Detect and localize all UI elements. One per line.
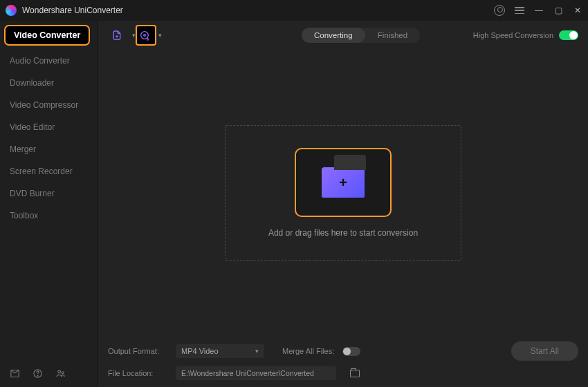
output-format-select[interactable]: MP4 Video▾	[176, 344, 264, 358]
sidebar-item-dvd-burner[interactable]: DVD Burner	[0, 182, 98, 205]
tab-converting[interactable]: Converting	[302, 28, 365, 43]
drop-zone[interactable]: + Add or drag files here to start conver…	[225, 125, 461, 261]
sidebar: Video Converter Audio Converter Download…	[0, 21, 98, 387]
add-file-button[interactable]: ▾	[108, 25, 129, 46]
add-dvd-button[interactable]: ▾	[136, 25, 156, 46]
svg-point-6	[143, 35, 145, 37]
svg-point-2	[37, 375, 38, 376]
toolbar: ▾ ▾ Converting Finished High Speed Conve…	[98, 21, 588, 50]
account-icon[interactable]	[494, 5, 505, 16]
menu-icon[interactable]	[515, 7, 524, 14]
community-icon[interactable]	[55, 368, 66, 379]
close-button[interactable]: ✕	[573, 6, 582, 15]
tutorial-icon[interactable]	[10, 368, 20, 379]
high-speed-toggle[interactable]	[559, 30, 578, 40]
help-icon[interactable]	[33, 368, 43, 379]
file-location-label: File Location:	[108, 369, 167, 377]
sidebar-item-video-compressor[interactable]: Video Compressor	[0, 94, 98, 116]
svg-point-3	[58, 370, 61, 373]
chevron-down-icon: ▾	[132, 32, 136, 39]
chevron-down-icon: ▾	[255, 348, 259, 355]
high-speed-label: High Speed Conversion	[473, 31, 553, 39]
drop-zone-text: Add or drag files here to start conversi…	[268, 228, 418, 238]
footer: Output Format: MP4 Video▾ Merge All File…	[98, 336, 588, 387]
sidebar-item-downloader[interactable]: Downloader	[0, 72, 98, 94]
sidebar-item-toolbox[interactable]: Toolbox	[0, 205, 98, 227]
sidebar-item-merger[interactable]: Merger	[0, 138, 98, 160]
app-title: Wondershare UniConverter	[22, 6, 123, 15]
maximize-button[interactable]: ▢	[553, 6, 563, 15]
output-format-label: Output Format:	[108, 347, 167, 355]
add-files-card[interactable]: +	[295, 148, 392, 217]
app-logo-icon	[6, 5, 17, 16]
sidebar-item-video-converter[interactable]: Video Converter	[0, 21, 98, 50]
start-all-button[interactable]: Start All	[511, 341, 578, 361]
file-location-input[interactable]: E:\Wondershare UniConverter\Converted	[176, 366, 336, 380]
sidebar-item-screen-recorder[interactable]: Screen Recorder	[0, 160, 98, 182]
sidebar-item-audio-converter[interactable]: Audio Converter	[0, 50, 98, 72]
sidebar-item-video-editor[interactable]: Video Editor	[0, 116, 98, 138]
title-bar: Wondershare UniConverter — ▢ ✕	[0, 0, 588, 21]
folder-add-icon: +	[322, 167, 365, 198]
svg-point-4	[62, 372, 64, 374]
browse-folder-icon[interactable]	[350, 370, 360, 377]
minimize-button[interactable]: —	[534, 6, 544, 15]
tab-group: Converting Finished	[302, 28, 420, 43]
chevron-down-icon: ▾	[158, 32, 162, 39]
svg-point-5	[140, 32, 148, 39]
merge-all-label: Merge All Files:	[282, 347, 334, 355]
tab-finished[interactable]: Finished	[365, 28, 420, 43]
merge-all-toggle[interactable]	[342, 347, 360, 356]
